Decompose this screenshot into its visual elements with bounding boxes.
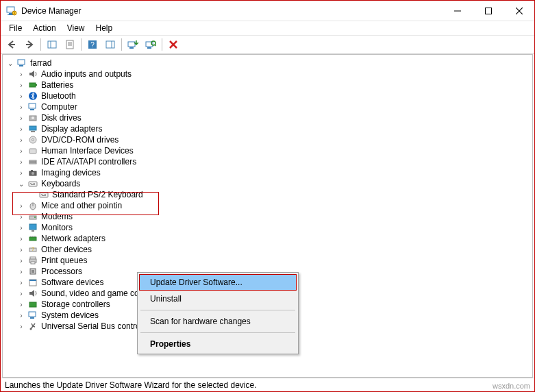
show-hide-tree-button[interactable]	[44, 36, 60, 53]
tree-category-batteries[interactable]: ›Batteries	[5, 79, 532, 90]
tree-category-audio[interactable]: ›Audio inputs and outputs	[5, 69, 532, 79]
toolbar: ?	[1, 35, 534, 54]
svg-rect-51	[31, 170, 33, 171]
action-pane-button[interactable]	[102, 36, 119, 53]
context-menu-properties[interactable]: Properties	[139, 336, 297, 352]
collapse-icon[interactable]: ⌄	[5, 60, 15, 67]
expand-icon[interactable]: ›	[16, 312, 26, 319]
tree-root[interactable]: ⌄ farrad	[5, 58, 532, 69]
svg-rect-1	[9, 13, 12, 14]
expand-icon[interactable]: ›	[16, 235, 26, 243]
tree-category-imaging[interactable]: ›Imaging devices	[5, 167, 532, 178]
tree-category-keyboards[interactable]: ⌄Keyboards	[5, 178, 532, 189]
uninstall-button[interactable]	[165, 36, 182, 53]
minimize-button[interactable]	[442, 1, 473, 21]
expand-icon[interactable]: ›	[16, 224, 26, 232]
svg-rect-69	[32, 230, 34, 232]
tree-category-bluetooth[interactable]: ›Bluetooth	[5, 90, 532, 101]
tree-category-dvd[interactable]: ›DVD/CD-ROM drives	[5, 134, 532, 145]
battery-icon	[27, 79, 38, 90]
tree-category-disk-drives[interactable]: ›Disk drives	[5, 112, 532, 123]
svg-rect-53	[30, 183, 31, 184]
expand-icon[interactable]: ›	[16, 257, 26, 265]
scan-hardware-icon	[145, 39, 156, 50]
svg-rect-85	[30, 317, 34, 319]
svg-rect-55	[33, 183, 34, 184]
delete-icon	[168, 39, 179, 50]
tree-category-ide[interactable]: ›IDE ATA/ATAPI controllers	[5, 156, 532, 167]
expand-icon[interactable]: ›	[16, 158, 26, 166]
tree-item-label: Software devices	[41, 278, 103, 287]
expand-icon[interactable]: ›	[16, 169, 26, 177]
tree-item-label: Keyboards	[41, 179, 80, 188]
help-button[interactable]: ?	[84, 36, 101, 53]
forward-button[interactable]	[21, 36, 38, 53]
tree-category-other[interactable]: ›?Other devices	[5, 244, 532, 255]
svg-point-37	[32, 117, 34, 119]
svg-rect-59	[41, 194, 42, 195]
menu-file[interactable]: File	[3, 22, 27, 34]
tree-category-display[interactable]: ›Display adapters	[5, 123, 532, 134]
tree-category-network[interactable]: ›Network adapters	[5, 233, 532, 244]
expand-icon[interactable]: ›	[16, 125, 26, 133]
svg-rect-34	[29, 103, 36, 108]
context-menu: Update Driver Software... Uninstall Scan…	[137, 272, 299, 354]
expand-icon[interactable]: ›	[16, 136, 26, 144]
expand-icon[interactable]: ›	[16, 114, 26, 122]
tree-category-computer[interactable]: ›Computer	[5, 101, 532, 112]
tree-category-print-queues[interactable]: ›Print queues	[5, 255, 532, 266]
expand-icon[interactable]: ›	[16, 301, 26, 308]
tree-category-monitors[interactable]: ›Monitors	[5, 222, 532, 233]
device-tree[interactable]: ⌄ farrad ›Audio inputs and outputs ›Batt…	[2, 54, 533, 378]
context-menu-scan[interactable]: Scan for hardware changes	[139, 313, 297, 330]
attribution-text: wsxdn.com	[493, 382, 530, 390]
svg-rect-56	[34, 183, 35, 184]
expand-icon[interactable]: ›	[16, 213, 26, 221]
expand-icon[interactable]: ›	[16, 290, 26, 297]
expand-icon[interactable]: ›	[16, 246, 26, 254]
tree-device-ps2-keyboard[interactable]: Standard PS/2 Keyboard	[5, 189, 532, 200]
toolbar-separator	[40, 38, 41, 51]
computer-icon	[27, 101, 38, 112]
expand-icon[interactable]: ›	[16, 279, 26, 286]
dvd-icon	[27, 134, 38, 145]
tree-item-label: Disk drives	[41, 113, 82, 123]
menu-help[interactable]: Help	[90, 22, 119, 34]
svg-rect-35	[30, 109, 34, 110]
update-driver-button[interactable]	[125, 36, 141, 53]
expand-icon[interactable]: ›	[16, 147, 26, 155]
expand-icon[interactable]: ›	[16, 323, 26, 330]
device-manager-icon	[6, 5, 17, 16]
expand-icon[interactable]: ›	[16, 268, 26, 275]
expand-icon[interactable]: ›	[16, 71, 26, 78]
context-menu-uninstall[interactable]: Uninstall	[139, 291, 297, 307]
svg-line-88	[33, 326, 35, 327]
maximize-button[interactable]	[473, 1, 503, 21]
properties-icon	[64, 39, 75, 50]
svg-rect-24	[147, 47, 151, 49]
properties-button[interactable]	[62, 36, 78, 53]
svg-rect-29	[18, 60, 25, 64]
back-button[interactable]	[3, 36, 20, 53]
collapse-icon[interactable]: ⌄	[16, 180, 26, 188]
pane-icon	[105, 39, 116, 50]
tree-category-hid[interactable]: ›Human Interface Devices	[5, 145, 532, 156]
context-menu-update-driver[interactable]: Update Driver Software...	[139, 274, 297, 291]
svg-rect-52	[29, 182, 37, 186]
expand-icon[interactable]: ›	[16, 202, 26, 210]
tree-item-label: Network adapters	[41, 234, 105, 243]
scan-hardware-button[interactable]	[142, 36, 159, 53]
svg-rect-68	[29, 224, 36, 230]
expand-icon[interactable]: ›	[16, 82, 26, 89]
expand-icon[interactable]: ›	[16, 93, 26, 100]
tree-category-modems[interactable]: ›Modems	[5, 211, 532, 222]
tree-category-mice[interactable]: ›Mice and other pointin	[5, 200, 532, 211]
tree-item-label: Bluetooth	[41, 91, 76, 101]
expand-icon[interactable]: ›	[16, 103, 26, 111]
menu-action[interactable]: Action	[27, 22, 61, 34]
bluetooth-icon	[27, 90, 38, 101]
close-button[interactable]	[503, 1, 534, 21]
svg-point-41	[32, 139, 34, 141]
network-icon	[27, 233, 38, 244]
menu-view[interactable]: View	[62, 22, 90, 34]
